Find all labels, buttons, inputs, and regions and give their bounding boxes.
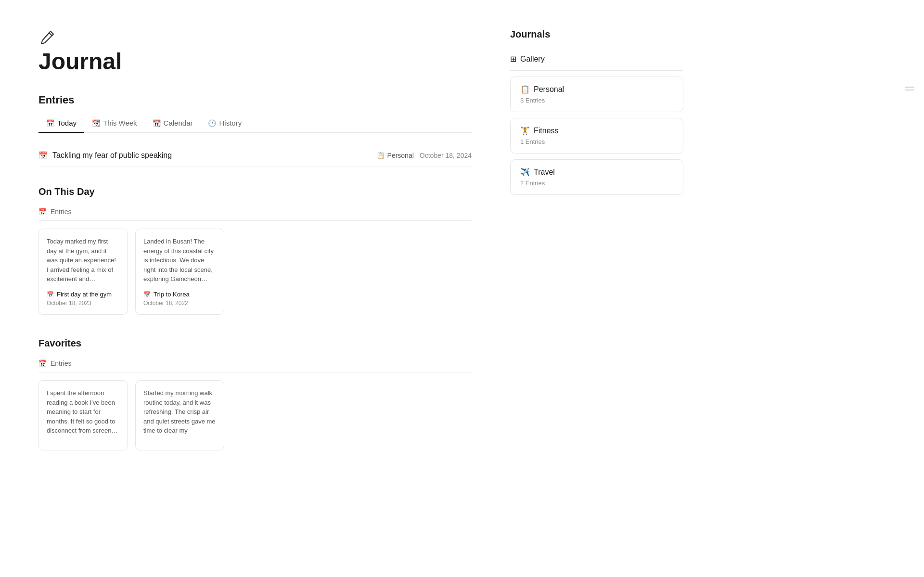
entry-date: October 18, 2024 bbox=[420, 152, 472, 159]
scroll-indicators bbox=[905, 87, 914, 90]
card-title: Trip to Korea bbox=[154, 291, 190, 298]
entry-title: Tackling my fear of public speaking bbox=[52, 151, 172, 160]
journals-heading: Journals bbox=[510, 29, 683, 40]
tab-calendar[interactable]: 📆 Calendar bbox=[145, 114, 201, 133]
travel-journal-icon: ✈️ bbox=[520, 167, 530, 177]
journal-card-personal[interactable]: 📋 Personal 3 Entries bbox=[510, 77, 683, 112]
on-this-day-cards: Today marked my first day at the gym, an… bbox=[38, 229, 472, 315]
fitness-journal-icon: 🏋 bbox=[520, 126, 530, 135]
fitness-entries-count: 1 Entries bbox=[520, 138, 673, 145]
tab-history[interactable]: 🕐 History bbox=[200, 114, 249, 133]
card-date: October 18, 2022 bbox=[143, 300, 216, 307]
gallery-item[interactable]: ⊞ Gallery bbox=[510, 48, 683, 71]
scroll-line bbox=[905, 87, 914, 88]
on-this-day-entries-label: 📅 Entries bbox=[38, 203, 472, 221]
sidebar: Journals ⊞ Gallery 📋 Personal 3 Entries … bbox=[510, 29, 683, 548]
today-icon: 📅 bbox=[46, 119, 54, 127]
favorites-heading: Favorites bbox=[38, 338, 472, 349]
entries-section: Entries 📅 Today 📆 This Week 📆 Calendar 🕐 bbox=[38, 94, 472, 167]
on-this-day-section: On This Day 📅 Entries Today marked my fi… bbox=[38, 186, 472, 315]
entry-calendar-icon: 📅 bbox=[38, 151, 48, 160]
calendar-icon: 📆 bbox=[153, 119, 161, 127]
entries-heading: Entries bbox=[38, 94, 472, 106]
entries-tabs: 📅 Today 📆 This Week 📆 Calendar 🕐 History bbox=[38, 114, 472, 133]
page-title: Journal bbox=[38, 48, 472, 75]
card-preview-text: I spent the afternoon reading a book I'v… bbox=[47, 388, 119, 436]
travel-entries-count: 2 Entries bbox=[520, 180, 673, 187]
card-date: October 18, 2023 bbox=[47, 300, 119, 307]
gallery-icon: ⊞ bbox=[510, 54, 516, 64]
entry-journal-badge: 📋 Personal bbox=[376, 152, 414, 159]
table-row[interactable]: 📅 Tackling my fear of public speaking 📋 … bbox=[38, 144, 472, 167]
on-this-day-heading: On This Day bbox=[38, 186, 472, 197]
entry-card[interactable]: I spent the afternoon reading a book I'v… bbox=[38, 380, 128, 450]
card-calendar-icon: 📅 bbox=[47, 291, 54, 298]
entry-card[interactable]: Landed in Busan! The energy of this coas… bbox=[135, 229, 224, 315]
tab-this-week[interactable]: 📆 This Week bbox=[84, 114, 145, 133]
personal-journal-icon: 📋 bbox=[520, 85, 530, 94]
tab-today[interactable]: 📅 Today bbox=[38, 114, 84, 133]
card-preview-text: Today marked my first day at the gym, an… bbox=[47, 237, 119, 284]
favorites-entries-label: 📅 Entries bbox=[38, 355, 472, 372]
favorites-section: Favorites 📅 Entries I spent the afternoo… bbox=[38, 338, 472, 450]
history-icon: 🕐 bbox=[208, 119, 216, 127]
journal-card-travel[interactable]: ✈️ Travel 2 Entries bbox=[510, 159, 683, 195]
favorites-cards: I spent the afternoon reading a book I'v… bbox=[38, 380, 472, 450]
main-content: Journal Entries 📅 Today 📆 This Week 📆 Ca… bbox=[38, 29, 472, 548]
entry-journal-icon: 📋 bbox=[376, 152, 385, 159]
personal-entries-count: 3 Entries bbox=[520, 97, 673, 104]
this-week-icon: 📆 bbox=[92, 119, 100, 127]
journal-icon bbox=[38, 29, 56, 46]
entries-label-icon: 📅 bbox=[38, 208, 47, 216]
entry-card[interactable]: Today marked my first day at the gym, an… bbox=[38, 229, 128, 315]
card-title: First day at the gym bbox=[57, 291, 112, 298]
journal-card-fitness[interactable]: 🏋 Fitness 1 Entries bbox=[510, 118, 683, 154]
scroll-line bbox=[905, 90, 914, 90]
favorites-label-icon: 📅 bbox=[38, 359, 47, 367]
card-preview-text: Started my morning walk routine today, a… bbox=[143, 388, 216, 436]
card-calendar-icon: 📅 bbox=[143, 291, 151, 298]
entry-card[interactable]: Started my morning walk routine today, a… bbox=[135, 380, 224, 450]
card-preview-text: Landed in Busan! The energy of this coas… bbox=[143, 237, 216, 284]
